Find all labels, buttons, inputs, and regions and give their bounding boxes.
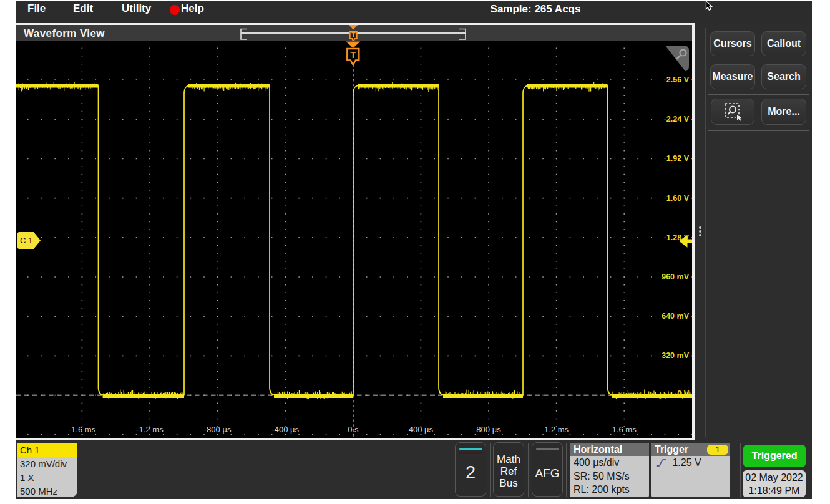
svg-text:-1.6 ms: -1.6 ms — [69, 425, 96, 434]
svg-text:320 mV: 320 mV — [662, 351, 689, 360]
svg-text:640 mV: 640 mV — [662, 312, 689, 321]
svg-text:800 µs: 800 µs — [476, 425, 501, 434]
svg-text:1.2 ms: 1.2 ms — [544, 425, 569, 434]
svg-text:-1.2 ms: -1.2 ms — [136, 425, 164, 434]
svg-text:960 mV: 960 mV — [662, 273, 689, 281]
svg-text:400 µs: 400 µs — [409, 425, 434, 434]
svg-text:C 1: C 1 — [20, 236, 32, 245]
svg-text:T: T — [351, 31, 356, 39]
svg-text:2.24 V: 2.24 V — [666, 115, 690, 124]
svg-text:-400 µs: -400 µs — [271, 425, 299, 434]
svg-text:1.6 ms: 1.6 ms — [612, 425, 637, 434]
svg-text:-800 µs: -800 µs — [204, 425, 232, 434]
svg-text:T: T — [350, 49, 356, 60]
svg-text:1.60 V: 1.60 V — [666, 194, 690, 203]
svg-text:2.56 V: 2.56 V — [666, 75, 690, 84]
svg-text:1.92 V: 1.92 V — [666, 154, 690, 163]
